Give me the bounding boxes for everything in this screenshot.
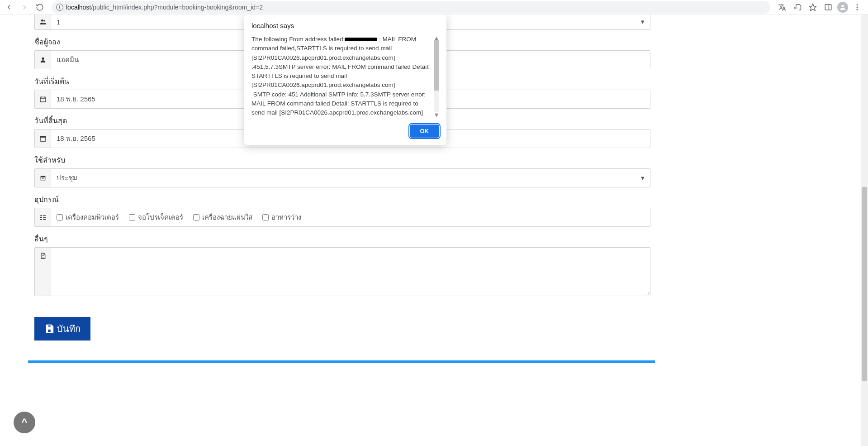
browser-toolbar: i localhost/public_html/index.php?module… <box>0 0 868 14</box>
checkbox-0[interactable] <box>57 214 63 221</box>
page-viewport: 1 ▾ ชื่อผู้จอง แอดมิน วันที่เริ่มต้น <box>0 14 868 446</box>
end-date-value: 18 พ.ย. 2565 <box>57 133 95 144</box>
svg-rect-10 <box>40 97 46 102</box>
share-icon[interactable] <box>791 1 804 14</box>
svg-marker-0 <box>810 4 816 10</box>
svg-rect-29 <box>47 329 51 332</box>
redacted-email <box>345 38 377 41</box>
checkbox-3[interactable] <box>262 214 269 221</box>
equipment-field: เครื่องคอมพิวเตอร์ จอโปรเจ็คเตอร์ เครื่อ… <box>34 208 650 227</box>
alert-scroll-track[interactable] <box>434 40 439 112</box>
equipment-option-3[interactable]: อาหารว่าง <box>262 212 301 223</box>
calendar-icon <box>35 129 51 148</box>
archive-icon <box>35 169 51 187</box>
forward-button[interactable] <box>18 1 31 14</box>
purpose-value: ประชุม <box>57 173 77 183</box>
alert-ok-button[interactable]: OK <box>410 125 440 138</box>
alert-title: localhost says <box>251 22 439 29</box>
other-textarea[interactable] <box>51 248 650 296</box>
svg-rect-1 <box>825 5 831 10</box>
svg-rect-28 <box>47 325 51 327</box>
url-host: localhost <box>66 4 91 11</box>
side-panel-icon[interactable] <box>822 1 835 14</box>
other-field-group <box>34 247 650 296</box>
scroll-down-arrow[interactable]: ▾ <box>434 112 439 117</box>
footer-divider <box>28 360 655 363</box>
alert-scroll-thumb[interactable] <box>434 40 439 91</box>
url-path: /public_html/index.php?module=booking-bo… <box>91 4 263 11</box>
reload-button[interactable] <box>33 1 46 14</box>
svg-point-5 <box>857 6 858 8</box>
site-info-icon[interactable]: i <box>56 4 63 11</box>
svg-point-6 <box>857 9 858 10</box>
star-icon[interactable] <box>806 1 819 14</box>
back-to-top-button[interactable]: ^ <box>14 412 35 433</box>
purpose-select[interactable]: ประชุม ▾ <box>34 168 650 187</box>
equipment-option-1[interactable]: จอโปรเจ็คเตอร์ <box>129 212 183 223</box>
equipment-option-0[interactable]: เครื่องคอมพิวเตอร์ <box>57 212 119 223</box>
user-icon <box>35 51 51 69</box>
alert-scrollbar[interactable]: ▴ ▾ <box>434 35 439 117</box>
address-bar[interactable]: i localhost/public_html/index.php?module… <box>52 1 770 14</box>
profile-avatar[interactable] <box>837 2 848 13</box>
checkbox-1[interactable] <box>129 214 135 221</box>
start-date-value: 18 พ.ย. 2565 <box>57 94 95 105</box>
chevron-down-icon: ▾ <box>641 174 645 182</box>
document-icon <box>35 248 51 296</box>
svg-point-8 <box>43 20 45 21</box>
svg-rect-14 <box>40 136 46 141</box>
chevron-down-icon: ▾ <box>641 18 645 26</box>
save-button[interactable]: บันทึก <box>34 317 90 340</box>
scrollbar-thumb[interactable] <box>862 187 867 381</box>
equipment-label: อุปกรณ์ <box>34 194 650 205</box>
guests-value: 1 <box>57 18 60 26</box>
svg-point-7 <box>41 19 43 22</box>
alert-text: The following From address failed: : MAI… <box>251 35 431 117</box>
save-icon <box>44 324 54 334</box>
js-alert-dialog: localhost says The following From addres… <box>244 14 446 145</box>
translate-icon[interactable] <box>776 1 788 14</box>
back-button[interactable] <box>3 1 15 14</box>
booker-value: แอดมิน <box>57 54 79 65</box>
menu-icon[interactable] <box>851 1 863 14</box>
svg-point-4 <box>857 4 858 5</box>
users-icon <box>35 14 51 29</box>
equipment-option-2[interactable]: เครื่องฉายแผ่นใส <box>193 212 252 223</box>
purpose-label: ใช้สำหรับ <box>34 154 650 166</box>
svg-point-3 <box>841 5 844 7</box>
checkbox-2[interactable] <box>193 214 199 221</box>
svg-point-9 <box>42 58 44 60</box>
page-scrollbar[interactable] <box>861 14 868 446</box>
calendar-icon <box>35 90 51 108</box>
scroll-up-arrow[interactable]: ▴ <box>434 35 439 40</box>
checklist-icon <box>35 208 51 226</box>
chrome-actions <box>776 1 865 14</box>
other-label: อื่นๆ <box>34 233 650 245</box>
alert-body: The following From address failed: : MAI… <box>251 35 439 117</box>
